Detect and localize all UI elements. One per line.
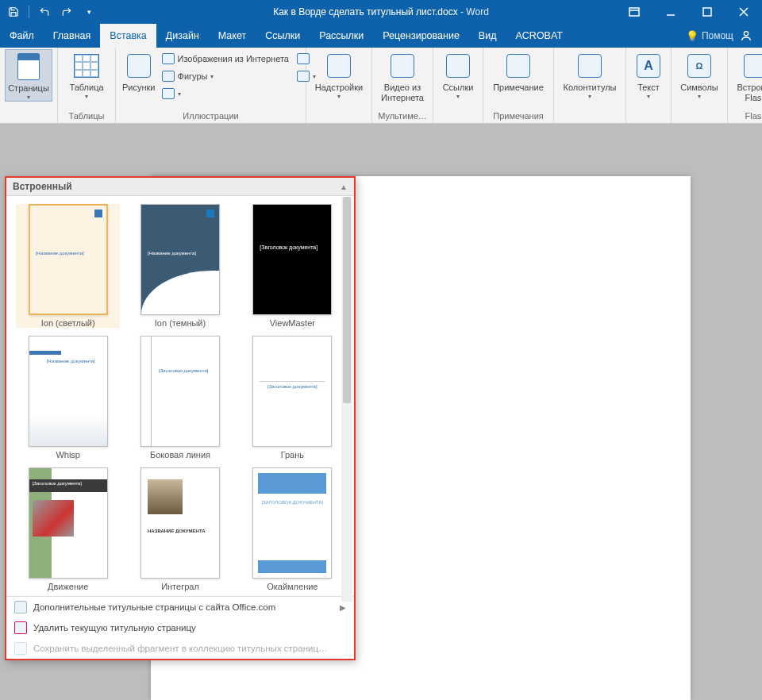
tab-references[interactable]: Ссылки (256, 24, 310, 48)
shapes-icon (162, 70, 175, 83)
tab-view[interactable]: Вид (469, 24, 506, 48)
flash-button[interactable]: Встроить Flash (733, 49, 762, 102)
shapes-button[interactable]: Фигуры ▾ (159, 68, 292, 84)
group-illustrations: Рисунки Изображения из Интернета Фигуры … (116, 48, 306, 123)
links-icon (444, 52, 471, 79)
remove-cover-page-label: Удалить текущую титульную страницу (33, 623, 196, 633)
group-flash: Встроить Flash Flash (728, 48, 762, 123)
remove-cover-page-item[interactable]: Удалить текущую титульную страницу (6, 617, 354, 638)
comment-button[interactable]: Примечание (488, 49, 548, 93)
redo-button[interactable] (58, 3, 75, 21)
save-selection-item: Сохранить выделенный фрагмент в коллекци… (6, 638, 354, 659)
tab-layout[interactable]: Макет (209, 24, 256, 48)
gallery-item-label: ViewMaster (270, 318, 315, 328)
symbols-icon: Ω (686, 52, 713, 79)
group-comments-label: Примечания (488, 110, 548, 121)
titlebar: ▾ Как в Ворде сделать титульный лист.doc… (0, 0, 762, 24)
group-media-label: Мультиме… (377, 110, 428, 121)
group-symbols-label (676, 119, 722, 121)
gallery-thumbnail: [ЗАГОЛОВОК ДОКУМЕНТА] (252, 467, 332, 579)
tab-insert[interactable]: Вставка (100, 24, 156, 48)
header-footer-label: Колонтитулы (564, 83, 617, 93)
online-pictures-label: Изображения из Интернета (178, 54, 289, 63)
gallery-item[interactable]: [ЗАГОЛОВОК ДОКУМЕНТА]Окаймление (241, 467, 344, 591)
ribbon-display-options-button[interactable] (616, 0, 652, 24)
tab-design[interactable]: Дизайн (156, 24, 209, 48)
tab-file[interactable]: Файл (0, 24, 44, 48)
addins-button[interactable]: Надстройки ▾ (311, 49, 367, 100)
tell-me-search[interactable]: 💡 Помощ (686, 30, 733, 42)
addins-icon (325, 52, 352, 79)
gallery-item[interactable]: [Заголовок документа]ViewMaster (241, 204, 344, 328)
table-button[interactable]: Таблица ▾ (63, 49, 110, 100)
more-cover-pages-item[interactable]: Дополнительные титульные страницы с сайт… (6, 597, 354, 617)
gallery-item-label: Боковая линия (150, 450, 210, 460)
qat-customize-icon[interactable]: ▾ (80, 3, 98, 21)
gallery-thumbnail: [Заголовок документа] (140, 336, 220, 447)
gallery-item[interactable]: [Название документа]Ion (темный) (128, 204, 232, 328)
group-links: Ссылки ▾ (433, 48, 483, 123)
text-label: Текст (637, 83, 660, 93)
close-button[interactable] (725, 0, 762, 24)
text-icon: A (635, 52, 662, 79)
gallery-item[interactable]: [Заголовок документа]Грань (241, 336, 344, 460)
online-video-button[interactable]: Видео из Интернета (377, 49, 428, 102)
tab-home[interactable]: Главная (44, 24, 101, 48)
comment-icon (505, 52, 532, 79)
group-header-footer-label (559, 119, 621, 121)
gallery-scrollbar[interactable] (341, 197, 352, 602)
comment-label: Примечание (493, 83, 544, 93)
undo-button[interactable] (36, 3, 53, 21)
pages-icon (15, 53, 42, 80)
header-footer-button[interactable]: Колонтитулы ▾ (559, 49, 621, 100)
tab-mailings[interactable]: Рассылки (310, 24, 373, 48)
gallery-item[interactable]: [Название документа]Ion (светлый) (16, 204, 120, 328)
gallery-thumbnail: [Название документа] (29, 204, 108, 315)
tab-acrobat[interactable]: ACROBAT (506, 24, 572, 48)
svg-rect-3 (703, 8, 711, 16)
online-pictures-icon (162, 52, 175, 65)
pages-label: Страницы (8, 83, 49, 94)
symbols-button[interactable]: Ω Символы ▾ (676, 49, 722, 100)
save-button[interactable] (5, 3, 22, 21)
group-comments: Примечание Примечания (483, 48, 554, 123)
online-pictures-button[interactable]: Изображения из Интернета (159, 51, 292, 67)
gallery-item[interactable]: [Заголовок документа]Движение (16, 467, 120, 591)
save-selection-icon (14, 642, 27, 655)
remove-icon (14, 621, 27, 634)
group-addins-label (311, 119, 367, 121)
smartart-button[interactable]: ▾ (159, 86, 292, 102)
gallery-thumbnail: [Заголовок документа] (252, 336, 332, 447)
window-controls (616, 0, 762, 24)
more-cover-pages-label: Дополнительные титульные страницы с сайт… (33, 602, 275, 612)
group-tables: Таблица ▾ Таблицы (58, 48, 116, 123)
gallery-item-label: Интеграл (161, 582, 199, 591)
gallery-item-label: Окаймление (267, 582, 318, 591)
pictures-button[interactable]: Рисунки (121, 49, 157, 93)
gallery-item-label: Ion (темный) (155, 318, 206, 328)
gallery-item[interactable]: НАЗВАНИЕ ДОКУМЕНТАИнтеграл (128, 467, 232, 591)
pages-button[interactable]: Страницы ▾ (5, 49, 52, 102)
document-filename: Как в Ворде сделать титульный лист.docx (273, 6, 457, 17)
flash-icon (742, 52, 762, 79)
group-tables-label: Таблицы (63, 110, 110, 121)
gallery-item-label: Движение (48, 582, 88, 591)
ribbon: Страницы ▾ Таблица ▾ Таблицы Рисунки (0, 48, 762, 124)
text-button[interactable]: A Текст ▾ (631, 49, 666, 100)
header-footer-icon (576, 52, 603, 79)
tab-review[interactable]: Рецензирование (373, 24, 469, 48)
scrollbar-thumb[interactable] (343, 197, 351, 403)
group-media: Видео из Интернета Мультиме… (372, 48, 433, 123)
scroll-up-icon[interactable]: ▲ (340, 183, 348, 191)
gallery-thumbnail: НАЗВАНИЕ ДОКУМЕНТА (140, 467, 220, 579)
links-button[interactable]: Ссылки ▾ (438, 49, 478, 100)
gallery-item[interactable]: [Название документа]Whisp (16, 336, 120, 460)
window-title: Как в Ворде сделать титульный лист.docx … (273, 6, 489, 17)
minimize-button[interactable] (652, 0, 689, 24)
gallery-thumbnail: [Заголовок документа] (29, 467, 108, 579)
account-button[interactable] (737, 26, 756, 45)
table-icon (73, 52, 100, 79)
gallery-item[interactable]: [Заголовок документа]Боковая линия (128, 336, 232, 460)
addins-label: Надстройки (315, 83, 363, 93)
maximize-button[interactable] (689, 0, 725, 24)
